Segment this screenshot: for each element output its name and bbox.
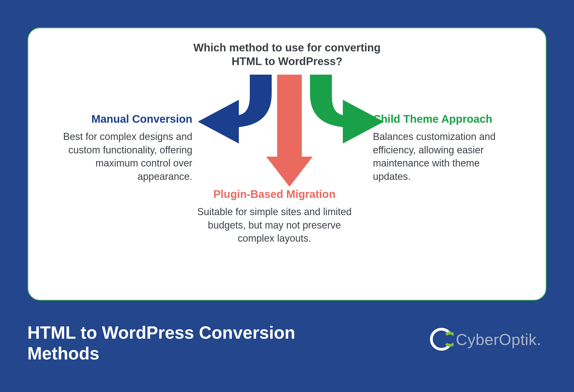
cyberoptik-logo-icon xyxy=(428,327,454,352)
content-card: Which method to use for converting HTML … xyxy=(27,27,547,301)
curved-arrow-right-icon xyxy=(307,75,384,144)
question-line-1: Which method to use for converting xyxy=(193,42,381,54)
branch-left-title: Manual Conversion xyxy=(56,113,192,125)
curved-arrow-left-icon xyxy=(198,75,272,144)
card-question: Which method to use for converting HTML … xyxy=(28,41,546,68)
diagram-stage: Which method to use for converting HTML … xyxy=(0,0,574,392)
branch-middle-desc: Suitable for simple sites and limited bu… xyxy=(192,205,356,245)
branch-right-title: Child Theme Approach xyxy=(373,113,518,125)
question-line-2: HTML to WordPress? xyxy=(231,55,342,67)
branch-right: Child Theme Approach Balances customizat… xyxy=(373,113,518,183)
brand-name: CyberOptik. xyxy=(456,330,541,349)
straight-arrow-down-icon xyxy=(266,75,313,187)
brand-logo: CyberOptik. xyxy=(428,327,541,352)
svg-marker-1 xyxy=(266,157,313,187)
branch-arrows xyxy=(181,69,395,187)
branch-right-desc: Balances customization and efficiency, a… xyxy=(373,130,518,183)
branch-middle: Plugin-Based Migration Suitable for simp… xyxy=(192,188,356,245)
branch-left: Manual Conversion Best for complex desig… xyxy=(56,113,192,183)
footer-title: HTML to WordPress Conversion Methods xyxy=(27,323,356,364)
branch-left-desc: Best for complex designs and custom func… xyxy=(56,130,192,183)
svg-rect-0 xyxy=(277,75,302,159)
arrows-svg xyxy=(181,69,395,192)
branch-middle-title: Plugin-Based Migration xyxy=(192,188,356,200)
